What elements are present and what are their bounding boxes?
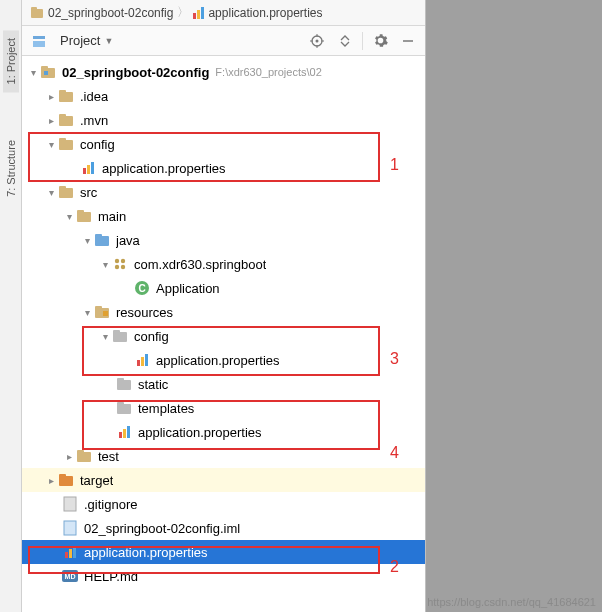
project-dropdown[interactable]: Project ▼ (56, 33, 117, 48)
svg-rect-17 (59, 114, 66, 118)
tree-item-resources[interactable]: ▾ resources (22, 300, 425, 324)
editor-area (426, 0, 602, 612)
chevron-right-icon[interactable]: ▸ (44, 91, 58, 102)
chevron-down-icon[interactable]: ▾ (44, 139, 58, 150)
tree-label: config (80, 137, 115, 152)
tree-label: application.properties (156, 353, 280, 368)
folder-icon (30, 6, 44, 20)
chevron-down-icon[interactable]: ▾ (62, 211, 76, 222)
chevron-right-icon[interactable]: ▸ (62, 451, 76, 462)
folder-icon (58, 472, 74, 488)
markdown-icon: MD (62, 568, 78, 584)
folder-icon (112, 328, 128, 344)
chevron-down-icon[interactable]: ▾ (80, 307, 94, 318)
tree-item-package[interactable]: ▾ com.xdr630.springboot (22, 252, 425, 276)
svg-rect-45 (64, 497, 76, 511)
svg-rect-15 (59, 90, 66, 94)
tree-item-res-app[interactable]: application.properties (22, 420, 425, 444)
svg-rect-3 (33, 41, 45, 47)
tree-item-res-config[interactable]: ▾ config (22, 324, 425, 348)
svg-rect-13 (44, 71, 48, 75)
expand-icon[interactable] (334, 30, 356, 52)
svg-rect-42 (77, 450, 84, 454)
tree-item-application-class[interactable]: C Application (22, 276, 425, 300)
chevron-down-icon[interactable]: ▾ (26, 67, 40, 78)
annotation-label-4: 4 (390, 444, 399, 462)
folder-icon (40, 64, 56, 80)
breadcrumb-root[interactable]: 02_springboot-02config (30, 6, 173, 20)
watermark: https://blog.csdn.net/qq_41684621 (427, 596, 596, 608)
tree-item-test[interactable]: ▸ test (22, 444, 425, 468)
rail-tab-project[interactable]: 1: Project (3, 30, 19, 92)
svg-rect-38 (117, 378, 124, 382)
chevron-down-icon[interactable]: ▾ (80, 235, 94, 246)
tree-item-config-app[interactable]: application.properties (22, 156, 425, 180)
svg-rect-19 (59, 138, 66, 142)
properties-icon (134, 352, 150, 368)
tree-label: .gitignore (84, 497, 137, 512)
chevron-right-icon[interactable]: ▸ (44, 475, 58, 486)
file-icon (62, 496, 78, 512)
tree-item-static[interactable]: static (22, 372, 425, 396)
tree-label: application.properties (138, 425, 262, 440)
tree-item-iml[interactable]: 02_springboot-02config.iml (22, 516, 425, 540)
class-icon: C (134, 280, 150, 296)
folder-icon (58, 136, 74, 152)
svg-point-26 (115, 259, 119, 263)
tree-item-gitignore[interactable]: .gitignore (22, 492, 425, 516)
tree-label: HELP.md (84, 569, 138, 584)
tree-label: application.properties (84, 545, 208, 560)
tree-item-target[interactable]: ▸ target (22, 468, 425, 492)
tree-root[interactable]: ▾ 02_springboot-02config F:\xdr630_proje… (22, 60, 425, 84)
tree-item-idea[interactable]: ▸ .idea (22, 84, 425, 108)
tree-item-res-config-app[interactable]: application.properties (22, 348, 425, 372)
gear-icon[interactable] (369, 30, 391, 52)
file-icon (62, 520, 78, 536)
project-label: Project (60, 33, 100, 48)
tree-label: test (98, 449, 119, 464)
tree-label: main (98, 209, 126, 224)
rail-tab-structure[interactable]: 7: Structure (3, 132, 19, 205)
left-tool-rail: 1: Project 7: Structure (0, 0, 22, 612)
chevron-down-icon[interactable]: ▾ (98, 259, 112, 270)
rail-tab-label: 1: Project (5, 38, 17, 84)
svg-text:MD: MD (65, 573, 76, 580)
svg-rect-36 (113, 330, 120, 334)
tree-item-root-app[interactable]: application.properties (22, 540, 425, 564)
rail-tab-label: 7: Structure (5, 140, 17, 197)
chevron-down-icon[interactable]: ▾ (98, 331, 112, 342)
tree-label: 02_springboot-02config (62, 65, 209, 80)
properties-icon (62, 544, 78, 560)
minimize-icon[interactable] (397, 30, 419, 52)
breadcrumb-file[interactable]: application.properties (193, 6, 322, 20)
folder-icon (94, 304, 110, 320)
svg-text:C: C (138, 283, 145, 294)
tree-item-mvn[interactable]: ▸ .mvn (22, 108, 425, 132)
tree-label: com.xdr630.springboot (134, 257, 266, 272)
tree-item-main[interactable]: ▾ main (22, 204, 425, 228)
chevron-right-icon[interactable]: ▸ (44, 115, 58, 126)
tree-item-java[interactable]: ▾ java (22, 228, 425, 252)
tree-label: application.properties (102, 161, 226, 176)
tree-item-config[interactable]: ▾ config (22, 132, 425, 156)
tree-label: java (116, 233, 140, 248)
tree-item-src[interactable]: ▾ src (22, 180, 425, 204)
tree-label: static (138, 377, 168, 392)
project-tree[interactable]: ▾ 02_springboot-02config F:\xdr630_proje… (22, 56, 425, 612)
properties-icon (80, 160, 96, 176)
project-view-icon[interactable] (28, 30, 50, 52)
tree-label: resources (116, 305, 173, 320)
project-toolbar: Project ▼ (22, 26, 425, 56)
breadcrumb: 02_springboot-02config 〉 application.pro… (22, 0, 425, 26)
tree-item-templates[interactable]: templates (22, 396, 425, 420)
locate-icon[interactable] (306, 30, 328, 52)
chevron-down-icon[interactable]: ▾ (44, 187, 58, 198)
tree-label: target (80, 473, 113, 488)
folder-icon (76, 208, 92, 224)
svg-point-29 (121, 265, 125, 269)
svg-point-28 (115, 265, 119, 269)
tree-item-help[interactable]: MD HELP.md (22, 564, 425, 588)
package-icon (112, 256, 128, 272)
chevron-right-icon: 〉 (177, 4, 189, 21)
svg-rect-2 (33, 36, 45, 39)
